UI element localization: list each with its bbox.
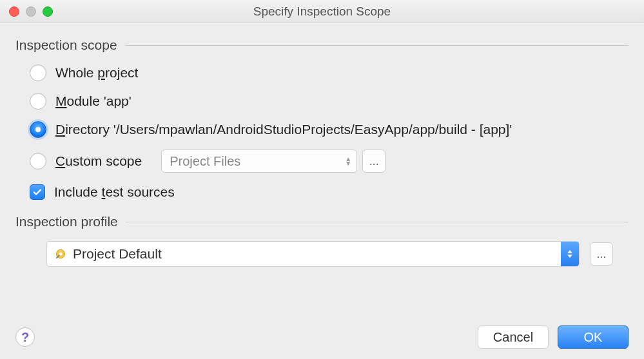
window-title: Specify Inspection Scope — [0, 5, 644, 19]
radio-directory[interactable]: Directory '/Users/mpawlan/AndroidStudioP… — [30, 121, 629, 138]
custom-scope-select[interactable]: Project Files ▲▼ — [161, 150, 357, 173]
custom-scope-value: Project Files — [170, 154, 240, 169]
dialog-content: Inspection scope Whole project Module 'a… — [0, 23, 644, 273]
profile-select[interactable]: Project Default — [46, 241, 580, 267]
radio-label: Directory '/Users/mpawlan/AndroidStudioP… — [55, 122, 512, 137]
stepper-icon: ▲▼ — [345, 157, 351, 166]
titlebar: Specify Inspection Scope — [0, 0, 644, 23]
radio-icon[interactable] — [30, 153, 46, 170]
radio-whole-project[interactable]: Whole project — [30, 64, 629, 81]
checkbox-label: Include test sources — [54, 184, 175, 200]
profile-value: Project Default — [73, 246, 162, 262]
legend-separator — [125, 45, 629, 46]
radio-label: Whole project — [55, 65, 138, 81]
legend-separator — [126, 222, 629, 222]
window-controls — [9, 6, 53, 17]
stepper-icon[interactable] — [561, 242, 579, 266]
custom-scope-browse-button[interactable]: ... — [362, 150, 385, 173]
dialog-footer: ? Cancel OK — [0, 320, 644, 359]
include-tests-row[interactable]: Include test sources — [30, 184, 629, 200]
check-icon — [32, 187, 43, 197]
radio-icon[interactable] — [30, 64, 46, 81]
profile-browse-button[interactable]: ... — [590, 242, 613, 266]
radio-icon[interactable] — [30, 93, 46, 110]
radio-label: Custom scope — [55, 153, 142, 169]
minimize-icon — [26, 6, 36, 17]
ok-button[interactable]: OK — [558, 325, 629, 349]
cancel-button[interactable]: Cancel — [478, 325, 549, 349]
profile-row: Project Default ... — [46, 241, 613, 267]
maximize-icon[interactable] — [43, 6, 53, 17]
close-icon[interactable] — [9, 6, 19, 17]
legend-label: Inspection scope — [15, 37, 117, 53]
gear-icon — [54, 247, 68, 261]
radio-label: Module 'app' — [55, 93, 132, 109]
radio-module[interactable]: Module 'app' — [30, 93, 629, 110]
inspection-scope-legend: Inspection scope — [15, 37, 629, 53]
radio-custom-scope[interactable]: Custom scope Project Files ▲▼ ... — [30, 150, 629, 173]
inspection-profile-legend: Inspection profile — [15, 214, 629, 229]
checkbox-icon[interactable] — [30, 184, 45, 200]
radio-icon[interactable] — [30, 121, 46, 138]
help-button[interactable]: ? — [15, 327, 35, 347]
legend-label: Inspection profile — [15, 214, 118, 229]
